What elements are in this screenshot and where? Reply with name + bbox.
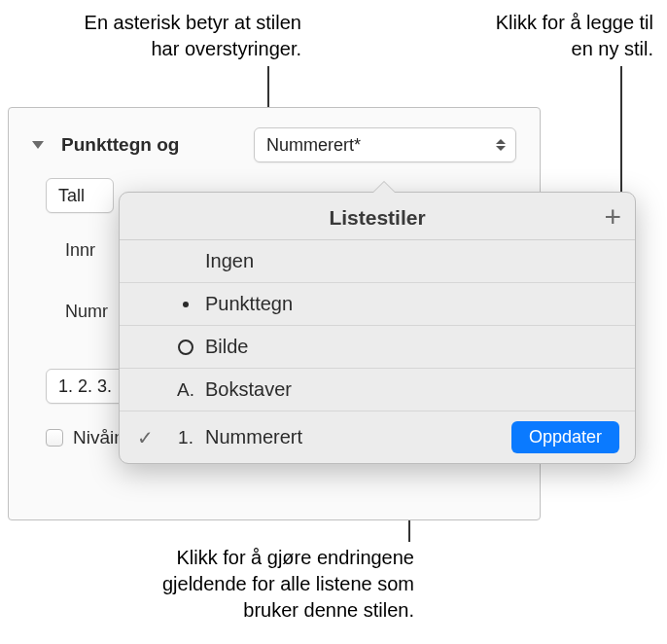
section-header: Punkttegn og Nummerert* <box>9 108 540 174</box>
circle-icon <box>172 340 199 355</box>
popover-header: Listestiler + <box>120 193 635 240</box>
section-title: Punkttegn og <box>61 134 179 156</box>
list-styles-popover: Listestiler + Ingen Punkttegn Bilde A. B… <box>119 192 636 464</box>
bullet-icon <box>172 302 199 307</box>
add-style-button[interactable]: + <box>604 202 621 232</box>
list-style-select-value: Nummerert* <box>266 135 361 156</box>
sequence-value: 1. 2. 3. <box>58 376 112 397</box>
number-format-select[interactable]: Tall <box>46 178 114 213</box>
style-item-image[interactable]: Bilde <box>120 326 635 369</box>
update-button[interactable]: Oppdater <box>511 421 619 453</box>
callout-asterisk: En asterisk betyr at stilenhar overstyri… <box>19 10 301 62</box>
list-style-select[interactable]: Nummerert* <box>254 127 516 162</box>
style-item-numbered[interactable]: ✓ 1. Nummerert Oppdater <box>120 411 635 463</box>
chevron-updown-icon <box>496 139 506 151</box>
callout-update: Klikk for å gjøre endringenegjeldende fo… <box>103 545 414 624</box>
style-item-label: Ingen <box>172 250 254 272</box>
tiered-checkbox[interactable] <box>46 429 63 447</box>
disclosure-triangle-icon[interactable] <box>32 141 44 149</box>
style-item-letters[interactable]: A. Bokstaver <box>120 369 635 411</box>
callout-add: Klikk for å legge tilen ny stil. <box>331 10 653 62</box>
style-item-bullet[interactable]: Punkttegn <box>120 283 635 326</box>
callout-line-add <box>620 66 622 202</box>
number-marker-icon: 1. <box>172 427 199 448</box>
popover-title: Listestiler <box>329 206 425 230</box>
style-list: Ingen Punkttegn Bilde A. Bokstaver ✓ 1. … <box>120 240 635 463</box>
checkmark-icon: ✓ <box>137 426 154 449</box>
letter-marker-icon: A. <box>172 379 199 401</box>
number-format-value: Tall <box>58 186 85 206</box>
style-item-none[interactable]: Ingen <box>120 240 635 283</box>
